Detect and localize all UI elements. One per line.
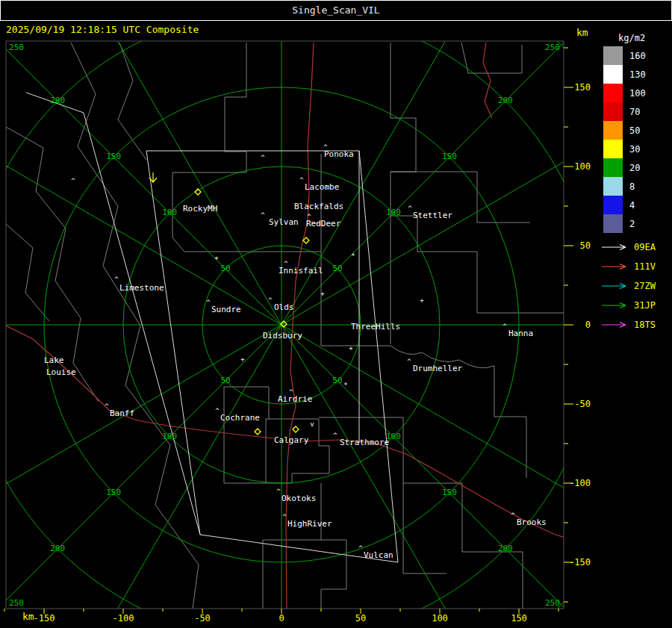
colorbar-swatch — [603, 177, 623, 196]
range-label: 100 — [162, 432, 177, 441]
colorbar-value: 2 — [629, 219, 635, 229]
radar-id-label: 18TS — [634, 320, 656, 330]
city-label: Drumheller — [413, 364, 463, 373]
radar-legend-row: 09EA — [600, 237, 656, 257]
axis-tick-label: -100 — [113, 613, 134, 624]
range-ring — [0, 0, 672, 628]
city-label: Okotoks — [281, 494, 316, 503]
point-marker: ^ — [333, 432, 337, 439]
colorbar-value: 160 — [629, 51, 646, 61]
city-label: Blackfalds — [294, 202, 343, 211]
radar-arrow-icon — [600, 262, 630, 271]
radar-id-label: 111V — [634, 261, 656, 272]
radar-arrow-icon — [600, 282, 630, 290]
point-marker: ^ — [503, 323, 507, 330]
point-marker: ^ — [511, 512, 515, 519]
point-marker: + — [320, 290, 325, 297]
city-label: Lacombe — [305, 182, 339, 192]
radar-app-window: Single_Scan_VIL 2025/09/19 12:18:15 UTC … — [0, 0, 672, 628]
axis-tick-label: 0 — [585, 320, 591, 330]
azimuth-line — [0, 0, 281, 325]
axis-tick-label: 150 — [511, 613, 527, 624]
azimuth-line — [0, 325, 281, 628]
city-label: Lake — [44, 355, 64, 365]
radar-display[interactable]: PonokaLacombeBlackfaldsSylvanRedDeerStet… — [0, 0, 672, 628]
city-label: Ponoka — [324, 149, 354, 159]
azimuth-line — [50, 325, 281, 628]
colorbar-row: 160 — [603, 46, 646, 65]
range-label: 150 — [442, 488, 457, 497]
radar-id-label: 27ZW — [634, 281, 656, 291]
range-label: 250 — [9, 598, 24, 608]
point-marker: ^ — [299, 176, 304, 184]
azimuth-line — [281, 325, 513, 628]
city-label: Stettler — [413, 211, 452, 220]
axis-tick-label: -100 — [569, 478, 591, 488]
point-marker: + — [214, 254, 219, 261]
colorbar-row: 2 — [603, 214, 646, 233]
colorbar-swatch — [603, 158, 623, 177]
colorbar-swatch — [603, 140, 623, 158]
colorbar-value: 4 — [629, 200, 635, 211]
point-marker: ^ — [261, 154, 265, 161]
county-boundary — [417, 252, 575, 313]
colorbar-row: 70 — [603, 102, 646, 121]
axis-tick-label: -50 — [194, 613, 211, 624]
radar-id-label: 09EA — [634, 242, 656, 252]
legend-unit-label: kg/m2 — [618, 33, 645, 43]
radar-legend-row: 27ZW — [600, 276, 656, 296]
county-boundary — [6, 224, 49, 321]
colorbar-row: 4 — [603, 196, 646, 214]
point-marker: + — [240, 355, 245, 363]
city-label: Sylvan — [269, 217, 299, 227]
colorbar: 16013010070503020842 — [603, 46, 646, 233]
colorbar-value: 20 — [629, 163, 640, 173]
axis-tick-label: 100 — [574, 161, 591, 172]
point-marker: ^ — [407, 358, 411, 365]
point-marker: ^ — [114, 276, 119, 283]
city-label: Sundre — [211, 305, 241, 314]
city-label: Hanna — [508, 329, 533, 338]
city-label: Brooks — [517, 517, 547, 527]
range-label: 100 — [162, 208, 177, 217]
point-marker: ^ — [261, 211, 265, 219]
radar-legend-row: 111V — [600, 257, 656, 276]
city-label: RedDeer — [306, 219, 341, 228]
point-marker: ^ — [71, 177, 75, 184]
city-label: Vulcan — [364, 550, 393, 560]
range-label: 150 — [106, 152, 121, 161]
range-label: 200 — [498, 96, 513, 105]
city-label: Banff — [110, 408, 134, 418]
colorbar-swatch — [603, 84, 623, 102]
colorbar-value: 30 — [629, 144, 640, 155]
colorbar-row: 50 — [603, 121, 646, 140]
city-label: Cochrane — [220, 413, 260, 423]
radar-legend-row: 18TS — [600, 315, 656, 335]
city-label: Airdrie — [278, 394, 312, 404]
city-label: Limestone — [119, 283, 164, 293]
point-marker: + — [349, 344, 353, 352]
axis-tick-label: -150 — [569, 557, 591, 568]
point-marker: v — [310, 420, 314, 428]
point-marker: ^ — [307, 213, 311, 220]
county-boundary — [494, 366, 526, 478]
range-label: 250 — [9, 43, 24, 52]
radar-site-marker — [293, 426, 299, 432]
range-label: 200 — [498, 544, 513, 553]
range-label: 250 — [545, 598, 560, 608]
radar-map: PonokaLacombeBlackfaldsSylvanRedDeerStet… — [0, 0, 672, 628]
radar-legend-row: 31JP — [600, 296, 656, 315]
axis-tick-label: 0 — [279, 613, 284, 624]
range-label: 200 — [50, 96, 65, 105]
colorbar-swatch — [603, 46, 623, 65]
county-boundary — [118, 43, 146, 160]
colorbar-value: 70 — [629, 107, 640, 117]
range-label: 50 — [332, 264, 342, 273]
point-marker: * — [343, 382, 347, 389]
county-boundary — [321, 540, 346, 609]
range-label: 100 — [386, 432, 401, 441]
axis-tick-label: 50 — [580, 240, 591, 251]
colorbar-swatch — [603, 102, 623, 121]
colorbar-value: 8 — [629, 181, 635, 192]
point-marker: ^ — [276, 488, 281, 495]
